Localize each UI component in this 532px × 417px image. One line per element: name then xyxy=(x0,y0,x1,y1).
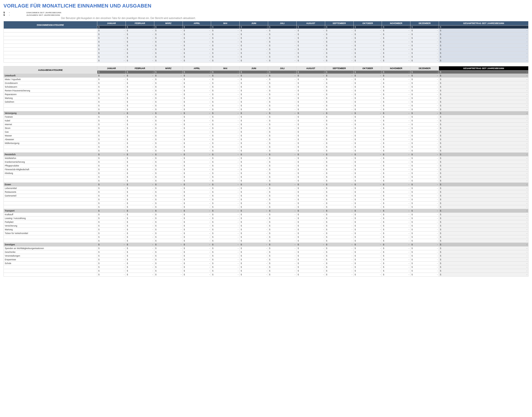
month-cell[interactable]: $- xyxy=(183,254,211,258)
month-cell[interactable]: $- xyxy=(211,100,240,104)
month-cell[interactable]: $- xyxy=(353,247,382,250)
category-cell[interactable] xyxy=(4,201,97,205)
month-cell[interactable]: $- xyxy=(183,153,211,156)
month-cell[interactable]: $- xyxy=(268,138,297,141)
month-cell[interactable]: $- xyxy=(296,168,325,171)
month-cell[interactable]: $- xyxy=(183,232,211,235)
month-cell[interactable]: $- xyxy=(183,108,211,111)
month-cell[interactable]: $- xyxy=(240,55,268,59)
month-cell[interactable]: $- xyxy=(268,145,297,149)
month-cell[interactable]: $- xyxy=(97,89,126,93)
month-cell[interactable]: $- xyxy=(353,217,382,220)
month-cell[interactable]: $- xyxy=(240,186,268,190)
ytd-total-cell[interactable]: $- xyxy=(439,247,528,250)
month-cell[interactable]: $- xyxy=(325,138,353,141)
month-cell[interactable]: $- xyxy=(325,108,353,111)
month-cell[interactable]: $- xyxy=(97,232,126,235)
ytd-total-cell[interactable]: $- xyxy=(439,190,528,194)
month-cell[interactable]: $- xyxy=(183,194,211,198)
month-cell[interactable]: $- xyxy=(268,111,297,115)
category-cell[interactable] xyxy=(4,40,97,44)
month-cell[interactable]: $- xyxy=(183,126,211,130)
ytd-total-cell[interactable]: $- xyxy=(439,71,528,74)
month-cell[interactable]: $- xyxy=(296,74,325,78)
month-cell[interactable]: $- xyxy=(183,228,211,232)
month-cell[interactable]: $- xyxy=(325,93,353,96)
month-cell[interactable]: $- xyxy=(353,201,382,205)
month-cell[interactable]: $- xyxy=(183,168,211,171)
month-cell[interactable]: $- xyxy=(353,93,382,96)
month-cell[interactable]: $- xyxy=(353,186,382,190)
month-cell[interactable]: $- xyxy=(325,44,353,48)
month-cell[interactable]: $- xyxy=(410,59,439,63)
month-cell[interactable]: $- xyxy=(268,209,297,213)
month-cell[interactable]: $- xyxy=(183,156,211,160)
month-cell[interactable]: $- xyxy=(325,232,353,235)
ytd-total-cell[interactable]: $- xyxy=(439,29,528,33)
ytd-total-cell[interactable]: $- xyxy=(439,213,528,217)
month-cell[interactable]: $- xyxy=(240,134,268,138)
month-cell[interactable]: $- xyxy=(325,40,353,44)
month-cell[interactable]: $- xyxy=(382,254,410,258)
month-cell[interactable]: $- xyxy=(240,115,268,119)
month-cell[interactable]: $- xyxy=(353,250,382,254)
month-cell[interactable]: $- xyxy=(97,160,126,164)
month-cell[interactable]: $- xyxy=(240,160,268,164)
month-cell[interactable]: $- xyxy=(97,93,126,96)
month-cell[interactable]: $- xyxy=(97,235,126,239)
month-cell[interactable]: $- xyxy=(97,183,126,186)
month-cell[interactable]: $- xyxy=(353,228,382,232)
month-cell[interactable]: $- xyxy=(382,104,410,108)
ytd-total-cell[interactable]: $- xyxy=(439,198,528,201)
month-cell[interactable]: $- xyxy=(126,40,154,44)
ytd-total-cell[interactable]: $- xyxy=(439,228,528,232)
month-cell[interactable]: $- xyxy=(268,51,297,55)
month-cell[interactable]: $- xyxy=(268,126,297,130)
month-cell[interactable]: $- xyxy=(97,48,126,51)
month-cell[interactable]: $- xyxy=(410,213,439,217)
ytd-total-cell[interactable]: $- xyxy=(439,205,528,209)
month-cell[interactable]: $- xyxy=(353,96,382,100)
month-cell[interactable]: $- xyxy=(353,262,382,265)
category-cell[interactable] xyxy=(4,29,97,33)
category-cell[interactable]: Reparaturen xyxy=(4,93,97,96)
month-cell[interactable]: $- xyxy=(296,269,325,273)
month-cell[interactable]: $- xyxy=(97,123,126,126)
month-cell[interactable]: $- xyxy=(382,171,410,175)
month-cell[interactable]: $- xyxy=(97,59,126,63)
month-cell[interactable]: $- xyxy=(268,33,297,36)
month-cell[interactable]: $- xyxy=(268,156,297,160)
month-cell[interactable]: $- xyxy=(240,247,268,250)
month-cell[interactable]: $- xyxy=(268,194,297,198)
month-cell[interactable]: $- xyxy=(183,190,211,194)
month-cell[interactable]: $- xyxy=(154,104,183,108)
ytd-total-cell[interactable]: $- xyxy=(439,220,528,224)
ytd-total-cell[interactable]: $- xyxy=(439,239,528,243)
month-cell[interactable]: $- xyxy=(382,224,410,228)
month-cell[interactable]: $- xyxy=(126,29,154,33)
month-cell[interactable]: $- xyxy=(382,228,410,232)
category-cell[interactable]: Kleidung xyxy=(4,171,97,175)
month-cell[interactable]: $- xyxy=(296,194,325,198)
month-cell[interactable]: $- xyxy=(126,123,154,126)
month-cell[interactable]: $- xyxy=(268,134,297,138)
month-cell[interactable]: $- xyxy=(410,258,439,262)
month-cell[interactable]: $- xyxy=(211,48,240,51)
month-cell[interactable]: $- xyxy=(325,205,353,209)
month-cell[interactable]: $- xyxy=(154,26,183,29)
month-cell[interactable]: $- xyxy=(126,115,154,119)
month-cell[interactable]: $- xyxy=(154,100,183,104)
month-cell[interactable]: $- xyxy=(410,228,439,232)
month-cell[interactable]: $- xyxy=(382,33,410,36)
month-cell[interactable]: $- xyxy=(296,213,325,217)
month-cell[interactable]: $- xyxy=(296,175,325,179)
month-cell[interactable]: $- xyxy=(410,247,439,250)
month-cell[interactable]: $- xyxy=(97,40,126,44)
category-cell[interactable] xyxy=(4,36,97,40)
month-cell[interactable]: $- xyxy=(126,55,154,59)
month-cell[interactable]: $- xyxy=(126,74,154,78)
month-cell[interactable]: $- xyxy=(268,262,297,265)
month-cell[interactable]: $- xyxy=(154,74,183,78)
month-cell[interactable]: $- xyxy=(410,262,439,265)
month-cell[interactable]: $- xyxy=(154,232,183,235)
